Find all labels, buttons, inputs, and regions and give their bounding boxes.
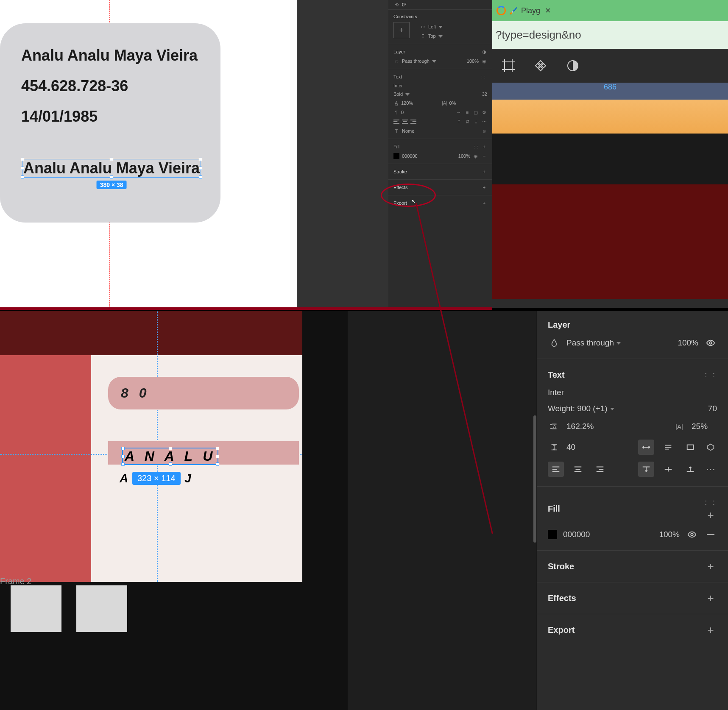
blend-mode-icon[interactable]: ◑	[481, 49, 487, 55]
align-right-icon[interactable]	[410, 119, 416, 125]
card-frame[interactable]: Analu Analu Maya Vieira 454.628.728-36 1…	[0, 23, 220, 223]
letter-spacing-value[interactable]: 0%	[449, 100, 456, 106]
constraint-h-value[interactable]: Left	[428, 24, 443, 29]
remove-fill-button[interactable]	[704, 528, 717, 541]
selected-text-layer[interactable]: Analu Analu Maya Vieira 380 × 38	[22, 159, 201, 178]
resize-handle[interactable]	[110, 175, 113, 179]
font-family-value[interactable]: Inter	[393, 83, 403, 88]
close-tab-icon[interactable]: ×	[545, 5, 551, 16]
resize-handle[interactable]	[21, 175, 24, 179]
font-family-value[interactable]: Inter	[548, 388, 564, 397]
fill-styles-icon[interactable]: ::	[474, 144, 480, 150]
paragraph-spacing-value[interactable]: 0	[401, 110, 404, 115]
layer-opacity-value[interactable]: 100%	[467, 58, 479, 64]
auto-height-icon[interactable]: ≡	[464, 109, 470, 115]
text-align-center-button[interactable]	[570, 462, 586, 477]
resize-handle[interactable]	[216, 462, 219, 466]
eye-icon[interactable]	[686, 528, 698, 541]
fill-color-value[interactable]: 000000	[402, 153, 418, 159]
frame-header-band[interactable]	[0, 311, 302, 355]
fill-color-value[interactable]: 000000	[563, 530, 653, 539]
resize-handle[interactable]	[169, 447, 172, 450]
fill-swatch[interactable]	[393, 153, 399, 159]
browser-url-bar[interactable]: ?type=design&no	[492, 21, 728, 49]
thumbnail[interactable]	[76, 585, 127, 632]
browser-tab[interactable]: Playg×	[521, 5, 551, 16]
font-weight-value[interactable]: Bold	[393, 92, 410, 97]
settings-icon[interactable]: ⚙	[481, 109, 487, 115]
browser-tab-bar[interactable]: 🖌️ Playg×	[492, 0, 728, 21]
blend-mode-value[interactable]: Pass through	[566, 338, 621, 347]
paragraph-spacing-value[interactable]: 40	[566, 443, 632, 452]
type-details-icon[interactable]	[704, 441, 717, 454]
text-align-middle-button[interactable]	[660, 462, 676, 477]
text-layer-name[interactable]: Nome	[402, 128, 414, 134]
component-tool-icon[interactable]	[533, 58, 548, 73]
more-type-options-icon[interactable]: ⋯	[704, 463, 717, 476]
align-center-icon[interactable]	[402, 119, 408, 125]
add-export-button[interactable]: +	[704, 624, 717, 636]
resize-handle[interactable]	[199, 175, 202, 179]
resize-handle[interactable]	[21, 167, 24, 170]
resize-handle[interactable]	[121, 447, 125, 450]
font-size-value[interactable]: 32	[482, 92, 487, 97]
auto-height-button[interactable]	[660, 440, 676, 455]
detach-icon[interactable]: ⎋	[481, 128, 487, 134]
thumbnail[interactable]	[11, 585, 61, 632]
add-fill-button[interactable]: +	[704, 509, 717, 521]
resize-handle[interactable]	[216, 447, 219, 450]
more-type-icon[interactable]: ⋯	[481, 119, 487, 125]
blend-mode-value[interactable]: Pass through	[402, 58, 436, 64]
eye-icon[interactable]: ◉	[473, 153, 479, 159]
line-height-value[interactable]: 162.2%	[566, 422, 667, 431]
canvas-area-top[interactable]: Analu Analu Maya Vieira 454.628.728-36 1…	[0, 0, 297, 308]
add-stroke-icon[interactable]: +	[481, 169, 487, 175]
resize-handle[interactable]	[216, 455, 219, 458]
resize-handle[interactable]	[121, 455, 125, 458]
resize-handle[interactable]	[169, 462, 172, 466]
resize-handle[interactable]	[110, 158, 113, 161]
text-align-right-button[interactable]	[592, 462, 608, 477]
type-settings-icon[interactable]: : :	[704, 368, 717, 381]
add-effect-button[interactable]: +	[704, 592, 717, 604]
canvas-orange-layer[interactable]	[492, 100, 728, 134]
layer-opacity-value[interactable]: 100%	[678, 338, 698, 348]
auto-width-icon[interactable]: ↔	[456, 109, 462, 115]
rotation-value[interactable]: 0°	[402, 2, 407, 7]
canvas-ruler[interactable]: 686	[492, 83, 728, 100]
constraint-widget[interactable]	[393, 22, 410, 38]
letter-spacing-value[interactable]: 25%	[692, 422, 717, 431]
constraint-v-value[interactable]: Top	[428, 33, 443, 39]
add-effect-icon[interactable]: +	[481, 184, 487, 190]
selected-text-layer-2[interactable]: A N A L U	[122, 448, 218, 465]
resize-handle[interactable]	[199, 158, 202, 161]
fixed-size-icon[interactable]: ▢	[473, 109, 479, 115]
droplet-icon[interactable]	[548, 337, 561, 349]
remove-fill-icon[interactable]: −	[481, 153, 487, 159]
line-height-value[interactable]: 120%	[401, 100, 413, 106]
align-middle-icon[interactable]: ⇵	[464, 119, 470, 125]
pill-field-1[interactable]: 8 0	[108, 377, 299, 409]
canvas-darkred-layer[interactable]	[492, 184, 728, 299]
type-settings-icon[interactable]: ::	[481, 74, 487, 80]
add-export-icon[interactable]: +	[481, 200, 487, 206]
align-bottom-icon[interactable]: ⤓	[473, 119, 479, 125]
scrollbar[interactable]	[533, 415, 536, 543]
font-size-value[interactable]: 70	[708, 404, 717, 413]
fixed-size-button[interactable]	[682, 440, 698, 455]
frame-tool-icon[interactable]	[501, 58, 516, 73]
add-fill-icon[interactable]: +	[481, 144, 487, 150]
url-text[interactable]: ?type=design&no	[496, 28, 581, 42]
add-stroke-button[interactable]: +	[704, 560, 717, 573]
fill-opacity-value[interactable]: 100%	[458, 153, 470, 159]
auto-width-button[interactable]	[638, 440, 654, 455]
resize-handle[interactable]	[21, 158, 24, 161]
fill-styles-icon[interactable]: : :	[704, 496, 717, 509]
canvas-area-bottom[interactable]: 8 0 A N A L U A N A L J 323 × 114	[0, 311, 348, 710]
fill-swatch[interactable]	[548, 530, 557, 539]
fill-opacity-value[interactable]: 100%	[659, 530, 680, 539]
text-align-bottom-button[interactable]	[682, 462, 698, 477]
frame-label[interactable]: Frame 2	[0, 576, 31, 586]
align-top-icon[interactable]: ⤒	[456, 119, 462, 125]
eye-icon[interactable]	[704, 337, 717, 349]
